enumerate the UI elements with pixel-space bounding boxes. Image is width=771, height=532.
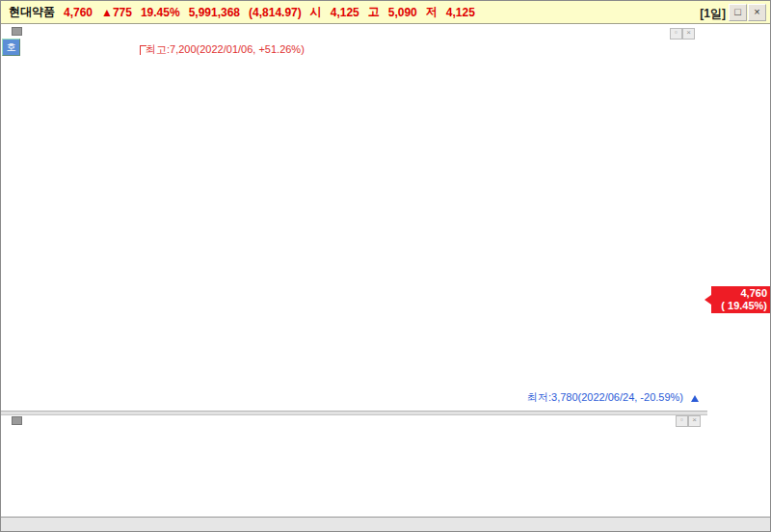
- price-pane-minimize-button[interactable]: ▫: [670, 28, 682, 40]
- x-axis-band: [1, 517, 771, 532]
- volume-pane-minimize-button[interactable]: ▫: [676, 415, 688, 427]
- low-annotation: 최저:3,780(2022/06/24, -20.59%): [527, 390, 683, 405]
- window-restore-button[interactable]: □: [729, 4, 747, 21]
- volume-pane-close-button[interactable]: ×: [688, 415, 701, 427]
- badge-percent: ( 19.45%): [711, 300, 767, 312]
- badge-arrow-icon: [705, 295, 711, 305]
- period-indicator: [1일]: [700, 6, 726, 22]
- current-price-badge: 4,760 ( 19.45%): [711, 286, 770, 313]
- chart-canvas[interactable]: [1, 24, 771, 517]
- price-pane-legend: [12, 27, 24, 36]
- low-point-arrow-icon: [691, 395, 699, 402]
- window-close-button[interactable]: ×: [748, 4, 766, 21]
- stock-chart-window: 현대약품 4,760 ▲775 19.45% 5,991,368 (4,814.…: [0, 0, 771, 532]
- high-annotation: 최고:7,200(2022/01/06, +51.26%): [146, 42, 305, 57]
- high-label: 고: [368, 4, 380, 20]
- volume-pane-legend: [12, 416, 24, 425]
- low-label: 저: [426, 4, 438, 20]
- hoga-button[interactable]: 호: [2, 39, 20, 56]
- price-change: ▲775: [101, 6, 132, 19]
- open-label: 시: [310, 4, 322, 20]
- legend-grip-icon: [12, 27, 22, 36]
- current-price: 4,760: [64, 6, 93, 19]
- legend-grip-icon: [12, 416, 22, 425]
- price-pane-close-button[interactable]: ×: [682, 28, 695, 40]
- badge-price: 4,760: [711, 287, 767, 300]
- high-price: 5,090: [388, 6, 417, 19]
- avg-price: (4,814.97): [249, 6, 302, 19]
- volume-today: 5,991,368: [189, 6, 240, 19]
- title-bar: 현대약품 4,760 ▲775 19.45% 5,991,368 (4,814.…: [1, 1, 771, 24]
- low-price: 4,125: [446, 6, 475, 19]
- open-price: 4,125: [331, 6, 359, 19]
- stock-name: 현대약품: [9, 4, 55, 20]
- pane-splitter[interactable]: [1, 411, 707, 415]
- change-percent: 19.45%: [141, 6, 180, 19]
